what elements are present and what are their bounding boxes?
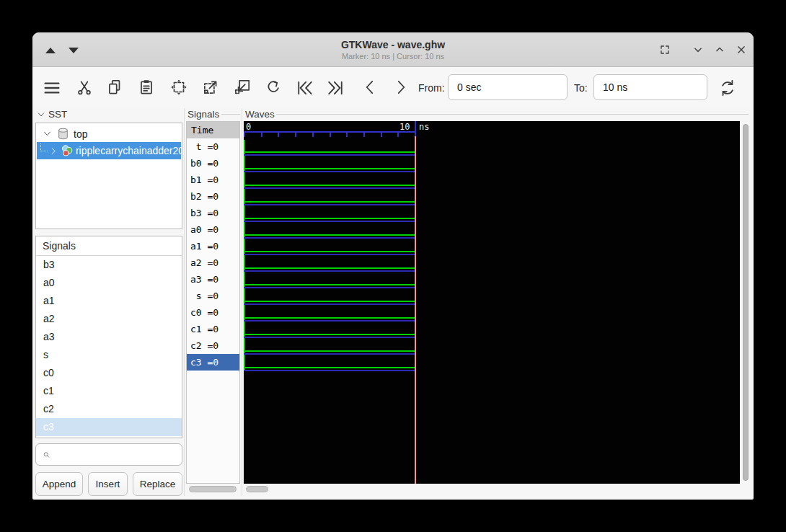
zoom-in-icon[interactable] bbox=[201, 78, 221, 98]
timeline-tick bbox=[295, 133, 296, 137]
window-title: GTKWave - wave.ghw bbox=[32, 39, 754, 50]
go-to-end-icon[interactable] bbox=[325, 78, 345, 98]
wave-baseline bbox=[244, 337, 415, 338]
signal-list-item[interactable]: a1 bbox=[36, 292, 182, 310]
timeline-tick bbox=[381, 133, 382, 137]
go-to-start-icon[interactable] bbox=[295, 78, 315, 98]
frame-line bbox=[221, 114, 240, 115]
wave-low-line bbox=[244, 350, 415, 352]
minimize-icon[interactable] bbox=[691, 43, 705, 57]
zoom-fit-icon[interactable] bbox=[169, 78, 190, 98]
wave-low-line bbox=[244, 334, 415, 335]
wave-low-line bbox=[244, 317, 415, 319]
signal-list-item[interactable]: c3 bbox=[36, 418, 182, 436]
search-icon bbox=[43, 449, 50, 461]
search-input[interactable] bbox=[55, 444, 182, 465]
pane-divider[interactable] bbox=[184, 108, 185, 496]
reload-icon[interactable] bbox=[717, 78, 738, 98]
signal-name-row[interactable]: a0 =0 bbox=[187, 221, 239, 238]
tree-branch-line bbox=[40, 143, 48, 151]
previous-edge-icon[interactable] bbox=[361, 78, 381, 98]
signal-list-item[interactable]: c0 bbox=[36, 364, 182, 382]
toolbar: From: To: bbox=[32, 67, 754, 108]
facility-list-header: Signals bbox=[36, 236, 182, 256]
sst-tree: top ripplecarrychainadder20 bbox=[35, 123, 182, 229]
instance-icon bbox=[61, 144, 74, 157]
append-button[interactable]: Append bbox=[35, 472, 83, 496]
waves-frame-label: Waves bbox=[245, 109, 275, 120]
signal-name-row[interactable]: c0 =0 bbox=[187, 304, 239, 321]
signal-list-item[interactable]: c2 bbox=[36, 400, 182, 418]
timeline-tick bbox=[346, 133, 348, 137]
wave-baseline bbox=[244, 154, 415, 156]
from-input[interactable] bbox=[448, 74, 568, 100]
timeline-tick bbox=[330, 133, 331, 137]
zoom-out-icon[interactable] bbox=[233, 78, 253, 98]
menu-icon[interactable] bbox=[42, 78, 62, 98]
cut-icon[interactable] bbox=[75, 78, 95, 98]
expander-right-icon[interactable] bbox=[49, 146, 58, 156]
pane-divider[interactable] bbox=[242, 108, 242, 496]
signal-list-item[interactable]: a2 bbox=[36, 310, 182, 328]
timeline-unit-label: ns bbox=[419, 122, 429, 132]
waves-horizontal-scrollbar[interactable] bbox=[246, 486, 268, 492]
tree-item-label: top bbox=[74, 128, 87, 140]
signal-name-row[interactable]: b1 =0 bbox=[187, 172, 239, 188]
frame-line bbox=[276, 114, 749, 115]
expander-down-icon[interactable] bbox=[43, 129, 52, 138]
sst-section-label[interactable]: SST bbox=[37, 109, 67, 120]
wave-low-line bbox=[244, 267, 415, 269]
wave-low-line bbox=[244, 367, 415, 368]
signal-list-item[interactable]: a3 bbox=[36, 328, 182, 346]
next-edge-icon[interactable] bbox=[392, 78, 412, 98]
signal-search-box bbox=[35, 443, 182, 466]
wave-baseline bbox=[244, 370, 415, 371]
signal-list-item[interactable]: a0 bbox=[36, 274, 182, 292]
wave-low-line bbox=[244, 234, 415, 236]
names-horizontal-scrollbar[interactable] bbox=[189, 486, 237, 492]
signal-name-row[interactable]: c3 =0 bbox=[187, 354, 239, 371]
signal-name-row[interactable]: b2 =0 bbox=[187, 188, 239, 205]
signal-name-row[interactable]: t =0 bbox=[187, 138, 239, 155]
timeline-end-tick bbox=[415, 121, 416, 136]
replace-button[interactable]: Replace bbox=[133, 472, 182, 496]
tree-item-top[interactable]: top bbox=[37, 125, 181, 142]
from-label: From: bbox=[418, 82, 445, 94]
wave-baseline bbox=[244, 254, 415, 255]
signal-name-row[interactable]: b3 =0 bbox=[187, 205, 239, 221]
signal-name-row[interactable]: s =0 bbox=[187, 288, 239, 304]
time-header[interactable]: Time bbox=[187, 122, 239, 138]
wave-low-line bbox=[244, 151, 415, 153]
paste-icon[interactable] bbox=[137, 78, 157, 98]
signal-list-item[interactable]: b3 bbox=[36, 256, 182, 274]
timeline-tick bbox=[261, 133, 262, 137]
signal-facility-list: Signals b3a0a1a2a3sc0c1c2c3 bbox=[35, 236, 182, 438]
signal-name-row[interactable]: a3 =0 bbox=[187, 271, 239, 288]
wave-low-line bbox=[244, 251, 415, 252]
wave-canvas[interactable]: 0 10 ns bbox=[244, 121, 740, 484]
signal-list-item[interactable]: c1 bbox=[36, 382, 182, 400]
signal-list-item[interactable]: s bbox=[36, 346, 182, 364]
wave-baseline bbox=[244, 204, 415, 205]
wave-baseline bbox=[244, 303, 415, 305]
tree-item-instance[interactable]: ripplecarrychainadder20 bbox=[37, 142, 181, 159]
to-label: To: bbox=[574, 82, 588, 94]
wave-baseline bbox=[244, 270, 415, 272]
timeline-end-label: 10 bbox=[399, 122, 410, 132]
timeline-tick bbox=[278, 133, 279, 137]
insert-button[interactable]: Insert bbox=[88, 472, 128, 496]
signal-name-row[interactable]: a2 =0 bbox=[187, 254, 239, 271]
timeline-tick bbox=[397, 133, 399, 137]
signal-name-row[interactable]: c1 =0 bbox=[187, 321, 239, 337]
fullscreen-icon[interactable] bbox=[658, 43, 672, 57]
close-icon[interactable] bbox=[734, 43, 749, 57]
to-input[interactable] bbox=[593, 74, 707, 100]
waves-vertical-scrollbar[interactable] bbox=[743, 124, 749, 481]
signal-name-row[interactable]: a1 =0 bbox=[187, 238, 239, 254]
maximize-icon[interactable] bbox=[712, 43, 727, 57]
marker-line[interactable] bbox=[415, 133, 416, 484]
undo-icon[interactable] bbox=[264, 78, 284, 98]
copy-icon[interactable] bbox=[105, 78, 125, 98]
signal-name-row[interactable]: c2 =0 bbox=[187, 337, 239, 354]
signal-name-row[interactable]: b0 =0 bbox=[187, 155, 239, 172]
